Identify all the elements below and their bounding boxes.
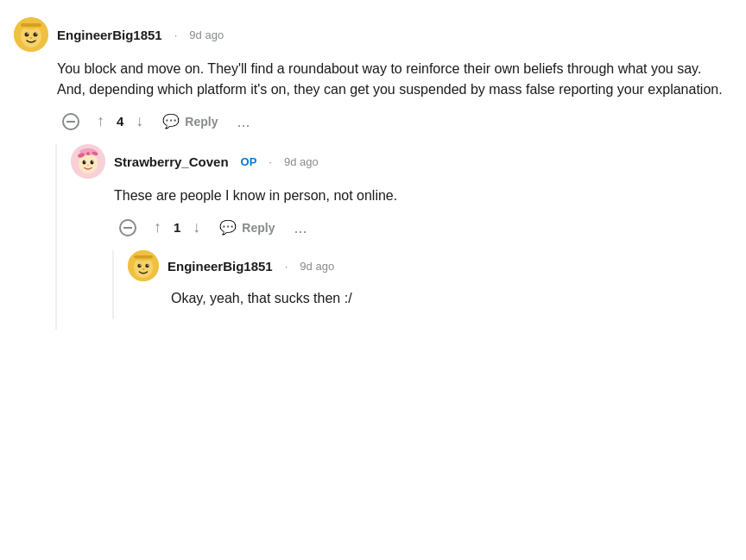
svg-point-28 bbox=[148, 265, 149, 266]
username: EngineerBig1851 bbox=[57, 28, 162, 42]
downvote-button[interactable]: ↓ bbox=[187, 215, 205, 240]
avatar bbox=[71, 144, 105, 179]
reply-button[interactable]: 💬 Reply bbox=[155, 110, 224, 133]
timestamp: · bbox=[285, 260, 288, 273]
vote-count: 1 bbox=[174, 220, 180, 235]
more-button[interactable]: ... bbox=[231, 112, 255, 131]
timestamp: 9d ago bbox=[300, 260, 334, 273]
reply-button[interactable]: 💬 Reply bbox=[212, 216, 281, 239]
reply-label: Reply bbox=[242, 221, 275, 235]
downvote-icon: ↓ bbox=[136, 112, 143, 130]
timestamp: · bbox=[174, 28, 178, 41]
comment-2: Strawberry_Coven OP · 9d ago These are p… bbox=[71, 144, 732, 319]
upvote-icon: ↑ bbox=[154, 218, 161, 236]
op-badge: OP bbox=[241, 155, 257, 168]
comment-3: EngineerBig1851 · 9d ago Okay, yeah, tha… bbox=[128, 250, 732, 309]
svg-point-3 bbox=[34, 33, 38, 37]
vote-count: 4 bbox=[117, 114, 123, 129]
upvote-button[interactable]: ↑ bbox=[149, 215, 167, 240]
username: Strawberry_Coven bbox=[114, 154, 229, 169]
comment-body: These are people I know in person, not o… bbox=[114, 186, 732, 206]
svg-point-15 bbox=[91, 160, 94, 165]
avatar bbox=[14, 17, 48, 52]
svg-point-6 bbox=[30, 37, 33, 39]
svg-point-22 bbox=[86, 152, 90, 155]
timestamp: · bbox=[269, 155, 272, 168]
chat-icon: 💬 bbox=[162, 113, 180, 129]
more-button[interactable]: ... bbox=[288, 218, 312, 237]
timestamp: 9d ago bbox=[284, 155, 319, 168]
collapse-icon bbox=[119, 219, 136, 236]
collapse-icon bbox=[62, 113, 79, 130]
comment-thread: EngineerBig1851 · 9d ago You block and m… bbox=[14, 17, 732, 330]
collapse-button[interactable] bbox=[114, 216, 142, 240]
upvote-icon: ↑ bbox=[97, 112, 104, 130]
comment-body: You block and move on. They'll find a ro… bbox=[57, 59, 732, 100]
nested-thread-2: EngineerBig1851 · 9d ago Okay, yeah, tha… bbox=[112, 250, 732, 319]
chat-icon: 💬 bbox=[219, 219, 237, 236]
comment-actions: ↑ 4 ↓ 💬 Reply ... bbox=[57, 109, 732, 134]
username: EngineerBig1851 bbox=[168, 259, 273, 274]
comment-actions: ↑ 1 ↓ 💬 Reply ... bbox=[114, 215, 732, 240]
svg-point-27 bbox=[140, 265, 141, 266]
svg-point-26 bbox=[145, 264, 149, 267]
svg-point-5 bbox=[35, 33, 37, 35]
svg-point-18 bbox=[87, 165, 89, 167]
svg-point-25 bbox=[137, 264, 141, 267]
svg-point-17 bbox=[92, 160, 93, 161]
comment-header: EngineerBig1851 · 9d ago bbox=[14, 17, 732, 52]
downvote-button[interactable]: ↓ bbox=[130, 109, 149, 134]
svg-point-16 bbox=[85, 160, 85, 161]
svg-point-29 bbox=[142, 268, 145, 270]
reply-label: Reply bbox=[185, 115, 218, 129]
comment-1: EngineerBig1851 · 9d ago You block and m… bbox=[14, 17, 732, 330]
collapse-button[interactable] bbox=[57, 110, 85, 134]
timestamp: 9d ago bbox=[189, 28, 224, 41]
comment-header: EngineerBig1851 · 9d ago bbox=[128, 250, 732, 281]
nested-thread-1: Strawberry_Coven OP · 9d ago These are p… bbox=[55, 144, 732, 330]
downvote-icon: ↓ bbox=[193, 218, 200, 236]
svg-point-4 bbox=[27, 33, 28, 35]
svg-rect-31 bbox=[134, 255, 153, 259]
upvote-button[interactable]: ↑ bbox=[92, 109, 110, 134]
svg-point-2 bbox=[25, 33, 29, 37]
svg-rect-8 bbox=[21, 23, 41, 27]
comment-header: Strawberry_Coven OP · 9d ago bbox=[71, 144, 732, 179]
comment-body: Okay, yeah, that sucks then :/ bbox=[171, 288, 732, 309]
avatar bbox=[128, 250, 159, 281]
svg-point-14 bbox=[83, 160, 86, 165]
